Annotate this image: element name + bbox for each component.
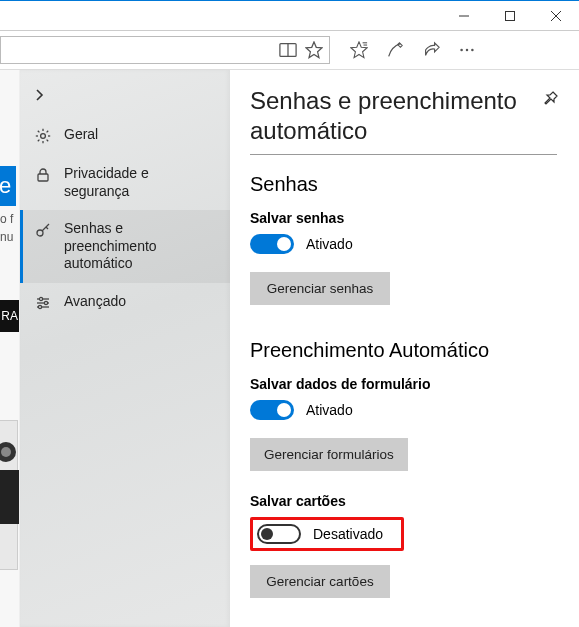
svg-rect-1	[506, 11, 515, 20]
more-icon[interactable]	[458, 41, 476, 59]
sidebar-item-label: Avançado	[64, 293, 126, 311]
sidebar-item-advanced[interactable]: Avançado	[20, 283, 230, 322]
sidebar-item-label: Privacidade e segurança	[64, 165, 216, 200]
svg-rect-22	[38, 174, 48, 181]
highlight-annotation: Desativado	[250, 517, 404, 551]
svg-marker-6	[306, 42, 322, 58]
manage-forms-button[interactable]: Gerenciar formulários	[250, 438, 408, 471]
settings-sidebar: Geral Privacidade e segurança Senhas e p…	[20, 70, 230, 627]
share-icon[interactable]	[422, 41, 440, 59]
svg-point-11	[466, 49, 469, 52]
background-console-image	[0, 470, 20, 524]
manage-passwords-button[interactable]: Gerenciar senhas	[250, 272, 390, 305]
sliders-icon	[34, 294, 52, 312]
save-passwords-toggle[interactable]	[250, 234, 294, 254]
key-icon	[34, 221, 52, 239]
sidebar-item-passwords-autofill[interactable]: Senhas e preenchimento automático	[20, 210, 230, 283]
passwords-heading: Senhas	[250, 173, 557, 196]
svg-line-20	[47, 131, 49, 133]
window-titlebar	[0, 0, 579, 30]
save-form-data-toggle[interactable]	[250, 400, 294, 420]
autofill-heading: Preenchimento Automático	[250, 339, 557, 362]
svg-line-25	[46, 227, 48, 229]
sidebar-item-general[interactable]: Geral	[20, 116, 230, 155]
window-maximize-button[interactable]	[487, 1, 533, 31]
sidebar-item-label: Geral	[64, 126, 98, 144]
save-passwords-state: Ativado	[306, 236, 353, 252]
reading-view-icon[interactable]	[279, 41, 297, 59]
save-passwords-label: Salvar senhas	[250, 210, 557, 226]
sidebar-item-privacy[interactable]: Privacidade e segurança	[20, 155, 230, 210]
save-cards-toggle[interactable]	[257, 524, 301, 544]
save-form-data-label: Salvar dados de formulário	[250, 376, 557, 392]
save-cards-state: Desativado	[313, 526, 383, 542]
save-cards-label: Salvar cartões	[250, 493, 557, 509]
lock-icon	[34, 166, 52, 184]
svg-point-12	[471, 49, 474, 52]
svg-point-31	[38, 305, 41, 308]
settings-main-pane: Senhas e preenchimento automático Senhas…	[230, 70, 579, 627]
svg-line-19	[47, 140, 49, 142]
svg-point-13	[41, 134, 46, 139]
manage-cards-button[interactable]: Gerenciar cartões	[250, 565, 390, 598]
svg-line-24	[42, 224, 49, 231]
passwords-section: Senhas Salvar senhas Ativado Gerenciar s…	[250, 173, 557, 305]
autofill-section: Preenchimento Automático Salvar dados de…	[250, 339, 557, 598]
settings-back-button[interactable]	[20, 84, 230, 116]
gear-icon	[34, 127, 52, 145]
favorite-star-icon[interactable]	[305, 41, 323, 59]
window-minimize-button[interactable]	[441, 1, 487, 31]
background-text: nu	[0, 230, 13, 244]
window-close-button[interactable]	[533, 1, 579, 31]
svg-line-21	[38, 140, 40, 142]
background-edge-logo: e	[0, 166, 16, 206]
svg-line-18	[38, 131, 40, 133]
background-text: o f	[0, 212, 13, 226]
sidebar-item-label: Senhas e preenchimento automático	[64, 220, 216, 273]
browser-toolbar	[0, 30, 579, 70]
background-page-strip: e o f nu RA	[0, 70, 20, 627]
svg-point-10	[460, 49, 463, 52]
page-title: Senhas e preenchimento automático	[250, 86, 557, 146]
favorites-hub-icon[interactable]	[350, 41, 368, 59]
svg-point-29	[44, 301, 47, 304]
svg-marker-7	[351, 42, 367, 58]
background-button: RA	[0, 300, 20, 332]
pin-pane-button[interactable]	[543, 90, 559, 110]
notes-pen-icon[interactable]	[386, 41, 404, 59]
title-divider	[250, 154, 557, 155]
address-bar[interactable]	[0, 36, 330, 64]
save-form-data-state: Ativado	[306, 402, 353, 418]
svg-point-27	[39, 297, 42, 300]
